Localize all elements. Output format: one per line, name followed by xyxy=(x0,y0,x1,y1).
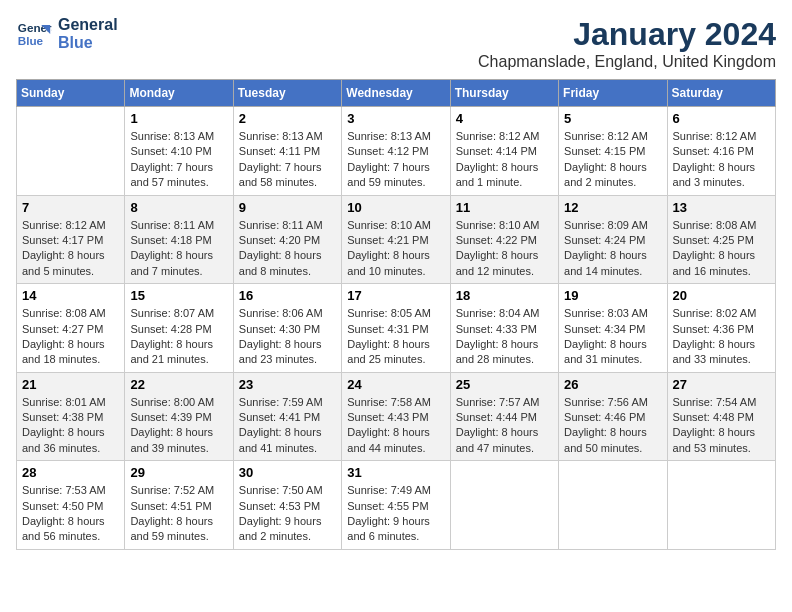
calendar-cell: 13Sunrise: 8:08 AM Sunset: 4:25 PM Dayli… xyxy=(667,195,775,284)
day-number: 28 xyxy=(22,465,119,480)
day-number: 24 xyxy=(347,377,444,392)
calendar-subtitle: Chapmanslade, England, United Kingdom xyxy=(478,53,776,71)
day-number: 17 xyxy=(347,288,444,303)
calendar-cell: 14Sunrise: 8:08 AM Sunset: 4:27 PM Dayli… xyxy=(17,284,125,373)
weekday-header-row: SundayMondayTuesdayWednesdayThursdayFrid… xyxy=(17,80,776,107)
day-info: Sunrise: 7:58 AM Sunset: 4:43 PM Dayligh… xyxy=(347,395,444,457)
day-info: Sunrise: 8:13 AM Sunset: 4:11 PM Dayligh… xyxy=(239,129,336,191)
calendar-cell: 1Sunrise: 8:13 AM Sunset: 4:10 PM Daylig… xyxy=(125,107,233,196)
day-info: Sunrise: 7:50 AM Sunset: 4:53 PM Dayligh… xyxy=(239,483,336,545)
weekday-header-thursday: Thursday xyxy=(450,80,558,107)
calendar-cell: 23Sunrise: 7:59 AM Sunset: 4:41 PM Dayli… xyxy=(233,372,341,461)
calendar-cell: 8Sunrise: 8:11 AM Sunset: 4:18 PM Daylig… xyxy=(125,195,233,284)
calendar-cell: 11Sunrise: 8:10 AM Sunset: 4:22 PM Dayli… xyxy=(450,195,558,284)
calendar-cell: 12Sunrise: 8:09 AM Sunset: 4:24 PM Dayli… xyxy=(559,195,667,284)
day-info: Sunrise: 8:12 AM Sunset: 4:15 PM Dayligh… xyxy=(564,129,661,191)
day-info: Sunrise: 8:12 AM Sunset: 4:14 PM Dayligh… xyxy=(456,129,553,191)
weekday-header-tuesday: Tuesday xyxy=(233,80,341,107)
day-number: 26 xyxy=(564,377,661,392)
day-number: 16 xyxy=(239,288,336,303)
calendar-cell: 7Sunrise: 8:12 AM Sunset: 4:17 PM Daylig… xyxy=(17,195,125,284)
day-info: Sunrise: 7:53 AM Sunset: 4:50 PM Dayligh… xyxy=(22,483,119,545)
day-info: Sunrise: 8:11 AM Sunset: 4:18 PM Dayligh… xyxy=(130,218,227,280)
day-number: 1 xyxy=(130,111,227,126)
calendar-cell: 6Sunrise: 8:12 AM Sunset: 4:16 PM Daylig… xyxy=(667,107,775,196)
calendar-cell: 26Sunrise: 7:56 AM Sunset: 4:46 PM Dayli… xyxy=(559,372,667,461)
day-number: 13 xyxy=(673,200,770,215)
day-info: Sunrise: 8:09 AM Sunset: 4:24 PM Dayligh… xyxy=(564,218,661,280)
calendar-cell: 31Sunrise: 7:49 AM Sunset: 4:55 PM Dayli… xyxy=(342,461,450,550)
week-row-2: 7Sunrise: 8:12 AM Sunset: 4:17 PM Daylig… xyxy=(17,195,776,284)
calendar-cell: 5Sunrise: 8:12 AM Sunset: 4:15 PM Daylig… xyxy=(559,107,667,196)
logo-line1: General xyxy=(58,16,118,34)
day-number: 27 xyxy=(673,377,770,392)
weekday-header-monday: Monday xyxy=(125,80,233,107)
week-row-5: 28Sunrise: 7:53 AM Sunset: 4:50 PM Dayli… xyxy=(17,461,776,550)
day-info: Sunrise: 8:00 AM Sunset: 4:39 PM Dayligh… xyxy=(130,395,227,457)
logo: General Blue General Blue xyxy=(16,16,118,52)
day-number: 19 xyxy=(564,288,661,303)
calendar-cell: 10Sunrise: 8:10 AM Sunset: 4:21 PM Dayli… xyxy=(342,195,450,284)
day-number: 4 xyxy=(456,111,553,126)
day-info: Sunrise: 7:59 AM Sunset: 4:41 PM Dayligh… xyxy=(239,395,336,457)
day-info: Sunrise: 7:52 AM Sunset: 4:51 PM Dayligh… xyxy=(130,483,227,545)
calendar-cell: 30Sunrise: 7:50 AM Sunset: 4:53 PM Dayli… xyxy=(233,461,341,550)
logo-line2: Blue xyxy=(58,34,118,52)
calendar-table: SundayMondayTuesdayWednesdayThursdayFrid… xyxy=(16,79,776,550)
calendar-cell: 3Sunrise: 8:13 AM Sunset: 4:12 PM Daylig… xyxy=(342,107,450,196)
day-number: 9 xyxy=(239,200,336,215)
day-info: Sunrise: 8:06 AM Sunset: 4:30 PM Dayligh… xyxy=(239,306,336,368)
day-number: 22 xyxy=(130,377,227,392)
svg-text:Blue: Blue xyxy=(18,34,44,47)
day-info: Sunrise: 8:07 AM Sunset: 4:28 PM Dayligh… xyxy=(130,306,227,368)
day-info: Sunrise: 8:08 AM Sunset: 4:27 PM Dayligh… xyxy=(22,306,119,368)
title-block: January 2024 Chapmanslade, England, Unit… xyxy=(478,16,776,71)
day-info: Sunrise: 8:13 AM Sunset: 4:12 PM Dayligh… xyxy=(347,129,444,191)
day-number: 5 xyxy=(564,111,661,126)
day-number: 23 xyxy=(239,377,336,392)
day-info: Sunrise: 8:05 AM Sunset: 4:31 PM Dayligh… xyxy=(347,306,444,368)
day-number: 3 xyxy=(347,111,444,126)
calendar-cell: 2Sunrise: 8:13 AM Sunset: 4:11 PM Daylig… xyxy=(233,107,341,196)
day-number: 25 xyxy=(456,377,553,392)
calendar-cell: 28Sunrise: 7:53 AM Sunset: 4:50 PM Dayli… xyxy=(17,461,125,550)
day-info: Sunrise: 8:03 AM Sunset: 4:34 PM Dayligh… xyxy=(564,306,661,368)
calendar-cell: 21Sunrise: 8:01 AM Sunset: 4:38 PM Dayli… xyxy=(17,372,125,461)
day-info: Sunrise: 7:49 AM Sunset: 4:55 PM Dayligh… xyxy=(347,483,444,545)
weekday-header-saturday: Saturday xyxy=(667,80,775,107)
day-number: 30 xyxy=(239,465,336,480)
day-number: 12 xyxy=(564,200,661,215)
calendar-cell: 20Sunrise: 8:02 AM Sunset: 4:36 PM Dayli… xyxy=(667,284,775,373)
calendar-title: January 2024 xyxy=(478,16,776,53)
day-number: 20 xyxy=(673,288,770,303)
day-info: Sunrise: 8:13 AM Sunset: 4:10 PM Dayligh… xyxy=(130,129,227,191)
page-header: General Blue General Blue January 2024 C… xyxy=(16,16,776,71)
logo-icon: General Blue xyxy=(16,16,52,52)
day-number: 11 xyxy=(456,200,553,215)
weekday-header-wednesday: Wednesday xyxy=(342,80,450,107)
calendar-cell xyxy=(450,461,558,550)
day-number: 10 xyxy=(347,200,444,215)
calendar-cell: 4Sunrise: 8:12 AM Sunset: 4:14 PM Daylig… xyxy=(450,107,558,196)
week-row-4: 21Sunrise: 8:01 AM Sunset: 4:38 PM Dayli… xyxy=(17,372,776,461)
day-info: Sunrise: 7:56 AM Sunset: 4:46 PM Dayligh… xyxy=(564,395,661,457)
day-number: 21 xyxy=(22,377,119,392)
day-info: Sunrise: 8:08 AM Sunset: 4:25 PM Dayligh… xyxy=(673,218,770,280)
calendar-cell: 17Sunrise: 8:05 AM Sunset: 4:31 PM Dayli… xyxy=(342,284,450,373)
calendar-cell xyxy=(559,461,667,550)
day-number: 15 xyxy=(130,288,227,303)
day-number: 31 xyxy=(347,465,444,480)
day-info: Sunrise: 8:10 AM Sunset: 4:21 PM Dayligh… xyxy=(347,218,444,280)
calendar-cell: 16Sunrise: 8:06 AM Sunset: 4:30 PM Dayli… xyxy=(233,284,341,373)
calendar-cell xyxy=(17,107,125,196)
week-row-3: 14Sunrise: 8:08 AM Sunset: 4:27 PM Dayli… xyxy=(17,284,776,373)
week-row-1: 1Sunrise: 8:13 AM Sunset: 4:10 PM Daylig… xyxy=(17,107,776,196)
day-info: Sunrise: 8:10 AM Sunset: 4:22 PM Dayligh… xyxy=(456,218,553,280)
calendar-cell: 22Sunrise: 8:00 AM Sunset: 4:39 PM Dayli… xyxy=(125,372,233,461)
day-info: Sunrise: 7:57 AM Sunset: 4:44 PM Dayligh… xyxy=(456,395,553,457)
day-number: 7 xyxy=(22,200,119,215)
day-info: Sunrise: 8:12 AM Sunset: 4:17 PM Dayligh… xyxy=(22,218,119,280)
day-info: Sunrise: 8:02 AM Sunset: 4:36 PM Dayligh… xyxy=(673,306,770,368)
day-info: Sunrise: 8:11 AM Sunset: 4:20 PM Dayligh… xyxy=(239,218,336,280)
day-number: 18 xyxy=(456,288,553,303)
